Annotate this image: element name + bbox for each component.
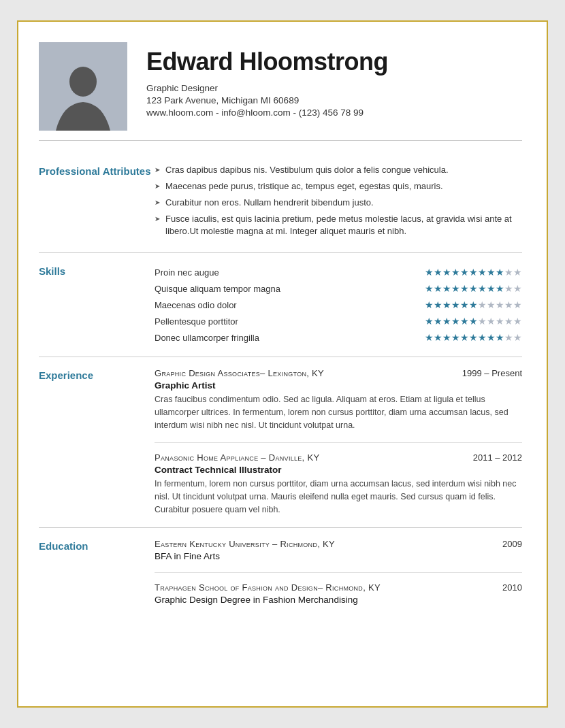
divider — [155, 572, 522, 573]
star-filled-icon: ★ — [469, 332, 478, 343]
skill-stars: ★★★★★★★★★★★ — [375, 280, 522, 297]
skill-stars: ★★★★★★★★★★★ — [375, 313, 522, 329]
star-filled-icon: ★ — [469, 267, 478, 278]
star-empty-icon: ★ — [513, 332, 522, 343]
star-filled-icon: ★ — [442, 283, 451, 294]
skill-name: Pellentesque porttitor — [155, 313, 375, 329]
star-empty-icon: ★ — [504, 316, 513, 327]
exp-dates: 2011 – 2012 — [473, 452, 522, 463]
edu-school: Traphagen School of Fashion and Design– … — [155, 582, 381, 593]
star-empty-icon: ★ — [478, 299, 487, 310]
table-row: Proin nec augue★★★★★★★★★★★ — [155, 264, 522, 280]
table-row: Pellentesque porttitor★★★★★★★★★★★ — [155, 313, 522, 329]
star-filled-icon: ★ — [460, 299, 469, 310]
star-empty-icon: ★ — [504, 283, 513, 294]
star-filled-icon: ★ — [434, 332, 442, 343]
star-filled-icon: ★ — [425, 299, 434, 310]
star-filled-icon: ★ — [487, 267, 496, 278]
star-filled-icon: ★ — [451, 316, 460, 327]
exp-header: Graphic Design Associates– Lexington, KY… — [155, 368, 522, 378]
professional-attributes-content: Cras dapibus dapibus nis. Vestibulum qui… — [155, 164, 522, 242]
table-row: Quisque aliquam tempor magna★★★★★★★★★★★ — [155, 280, 522, 297]
star-filled-icon: ★ — [478, 267, 487, 278]
skill-stars: ★★★★★★★★★★★ — [375, 264, 522, 280]
edu-header: Eastern Kentucky University – Richmond, … — [155, 539, 522, 549]
resume-title: Graphic Designer — [146, 83, 522, 93]
star-filled-icon: ★ — [460, 283, 469, 294]
star-filled-icon: ★ — [478, 283, 487, 294]
experience-entry: Panasonic Home Appliance – Danville, KY … — [155, 452, 522, 516]
star-filled-icon: ★ — [434, 316, 442, 327]
star-empty-icon: ★ — [504, 267, 513, 278]
exp-title: Graphic Artist — [155, 380, 522, 391]
star-empty-icon: ★ — [496, 299, 504, 310]
star-filled-icon: ★ — [451, 267, 460, 278]
star-filled-icon: ★ — [487, 332, 496, 343]
resume-page: Edward Hloomstrong Graphic Designer 123 … — [17, 20, 548, 708]
exp-company: Graphic Design Associates– Lexington, KY — [155, 368, 324, 378]
star-filled-icon: ★ — [451, 299, 460, 310]
skills-content: Proin nec augue★★★★★★★★★★★Quisque aliqua… — [155, 264, 522, 346]
avatar — [39, 42, 127, 131]
star-filled-icon: ★ — [496, 332, 504, 343]
skill-name: Quisque aliquam tempor magna — [155, 280, 375, 297]
star-filled-icon: ★ — [469, 283, 478, 294]
header-section: Edward Hloomstrong Graphic Designer 123 … — [39, 42, 522, 141]
edu-degree: BFA in Fine Arts — [155, 551, 522, 561]
star-filled-icon: ★ — [451, 332, 460, 343]
exp-company: Panasonic Home Appliance – Danville, KY — [155, 452, 319, 463]
resume-address: 123 Park Avenue, Michigan MI 60689 — [146, 95, 522, 105]
star-empty-icon: ★ — [513, 267, 522, 278]
experience-entry: Graphic Design Associates– Lexington, KY… — [155, 368, 522, 431]
star-filled-icon: ★ — [442, 332, 451, 343]
experience-section: Experience Graphic Design Associates– Le… — [39, 357, 522, 528]
exp-description: Cras faucibus condimentum odio. Sed ac l… — [155, 393, 522, 431]
professional-attributes-label: Professional Attributes — [39, 164, 155, 242]
education-entry: Eastern Kentucky University – Richmond, … — [155, 539, 522, 561]
star-filled-icon: ★ — [442, 267, 451, 278]
exp-description: In fermentum, lorem non cursus porttitor… — [155, 478, 522, 516]
education-section: Education Eastern Kentucky University – … — [39, 528, 522, 616]
exp-dates: 1999 – Present — [462, 368, 522, 378]
education-content: Eastern Kentucky University – Richmond, … — [155, 539, 522, 605]
list-item: Curabitur non eros. Nullam hendrerit bib… — [155, 197, 522, 210]
star-empty-icon: ★ — [487, 316, 496, 327]
star-filled-icon: ★ — [442, 299, 451, 310]
resume-name: Edward Hloomstrong — [146, 48, 522, 76]
star-filled-icon: ★ — [434, 299, 442, 310]
skill-stars: ★★★★★★★★★★★ — [375, 297, 522, 313]
star-filled-icon: ★ — [425, 283, 434, 294]
experience-label: Experience — [39, 368, 155, 516]
education-entry: Traphagen School of Fashion and Design– … — [155, 582, 522, 605]
star-filled-icon: ★ — [434, 283, 442, 294]
star-filled-icon: ★ — [478, 332, 487, 343]
star-filled-icon: ★ — [460, 267, 469, 278]
star-filled-icon: ★ — [469, 299, 478, 310]
header-info: Edward Hloomstrong Graphic Designer 123 … — [146, 42, 522, 118]
education-label: Education — [39, 539, 155, 605]
star-empty-icon: ★ — [504, 299, 513, 310]
skill-name: Proin nec augue — [155, 264, 375, 280]
professional-attributes-section: Professional Attributes Cras dapibus dap… — [39, 153, 522, 253]
star-filled-icon: ★ — [496, 267, 504, 278]
star-empty-icon: ★ — [487, 299, 496, 310]
divider — [155, 442, 522, 443]
star-empty-icon: ★ — [513, 316, 522, 327]
table-row: Maecenas odio dolor★★★★★★★★★★★ — [155, 297, 522, 313]
skill-name: Donec ullamcorper fringilla — [155, 329, 375, 346]
star-empty-icon: ★ — [496, 316, 504, 327]
list-item: Maecenas pede purus, tristique ac, tempu… — [155, 180, 522, 193]
star-filled-icon: ★ — [442, 316, 451, 327]
skills-label: Skills — [39, 264, 155, 346]
svg-point-0 — [69, 67, 97, 97]
star-filled-icon: ★ — [487, 283, 496, 294]
edu-year: 2010 — [502, 582, 522, 593]
star-empty-icon: ★ — [513, 283, 522, 294]
star-filled-icon: ★ — [460, 316, 469, 327]
list-item: Cras dapibus dapibus nis. Vestibulum qui… — [155, 164, 522, 177]
resume-contact: www.hloom.com - info@hloom.com - (123) 4… — [146, 107, 522, 118]
star-filled-icon: ★ — [425, 267, 434, 278]
list-item: Fusce iaculis, est quis lacinia pretium,… — [155, 213, 522, 239]
skills-section: Skills Proin nec augue★★★★★★★★★★★Quisque… — [39, 253, 522, 357]
table-row: Donec ullamcorper fringilla★★★★★★★★★★★ — [155, 329, 522, 346]
